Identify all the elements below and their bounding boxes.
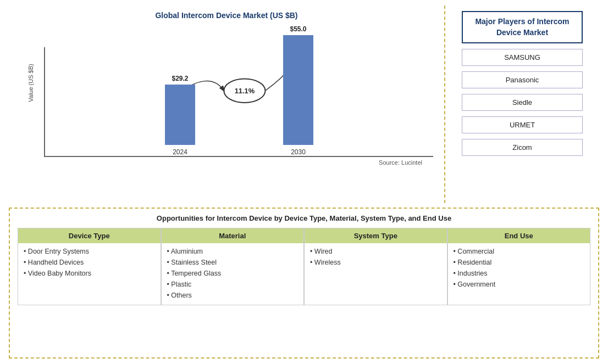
- bar-value-2030: $55.0: [290, 25, 306, 33]
- column-items-end-use: • Commercial • Residential • Industries …: [448, 248, 590, 288]
- item-tempered: • Tempered Glass: [167, 270, 299, 277]
- major-players-title: Major Players of Intercom Device Market: [462, 11, 583, 43]
- bar-2030: [283, 35, 313, 145]
- column-header-material: Material: [162, 228, 304, 243]
- chart-title: Global Intercom Device Market (US $B): [155, 11, 297, 20]
- columns-container: Device Type • Door Entry Systems • Handh…: [18, 228, 590, 305]
- item-plastic: • Plastic: [167, 281, 299, 288]
- item-others-material: • Others: [167, 292, 299, 299]
- column-system-type: System Type • Wired • Wireless: [304, 228, 447, 305]
- bottom-title: Opportunities for Intercom Device by Dev…: [18, 214, 590, 222]
- column-material: Material • Aluminium • Stainless Steel •…: [161, 228, 305, 305]
- top-section: Global Intercom Device Market (US $B) Va…: [9, 5, 599, 203]
- bar-label-2024: 2024: [173, 148, 187, 156]
- player-panasonic: Panasonic: [462, 71, 583, 88]
- item-wired: • Wired: [310, 248, 441, 255]
- bar-group-2024: $29.2 2024: [165, 75, 195, 156]
- bar-group-2030: $55.0 2030: [283, 25, 313, 156]
- column-header-end-use: End Use: [448, 228, 590, 243]
- player-samsung: SAMSUNG: [462, 49, 583, 66]
- source-text: Source: Lucintel: [379, 159, 422, 166]
- column-items-device-type: • Door Entry Systems • Handheld Devices …: [18, 248, 161, 277]
- item-government: • Government: [454, 281, 585, 288]
- column-header-system-type: System Type: [305, 228, 447, 243]
- column-items-material: • Aluminium • Stainless Steel • Tempered…: [162, 248, 304, 299]
- item-industries: • Industries: [454, 270, 585, 277]
- item-video-baby: • Video Baby Monitors: [24, 270, 155, 277]
- item-stainless: • Stainless Steel: [167, 259, 299, 266]
- column-items-system-type: • Wired • Wireless: [305, 248, 447, 266]
- cagr-svg: 11.1%: [45, 47, 433, 156]
- item-aluminium: • Aluminium: [167, 248, 299, 255]
- bar-value-2024: $29.2: [172, 75, 188, 82]
- player-siedle: Siedle: [462, 94, 583, 111]
- item-door-entry: • Door Entry Systems: [24, 248, 155, 255]
- main-container: Global Intercom Device Market (US $B) Va…: [0, 0, 608, 364]
- column-device-type: Device Type • Door Entry Systems • Handh…: [18, 228, 161, 305]
- right-panel: Major Players of Intercom Device Market …: [445, 5, 599, 203]
- column-end-use: End Use • Commercial • Residential • Ind…: [447, 228, 591, 305]
- item-commercial: • Commercial: [454, 248, 585, 255]
- bar-2024: [165, 85, 195, 145]
- bars-container: 11.1% $29.2: [44, 47, 433, 157]
- column-header-device-type: Device Type: [18, 228, 161, 243]
- svg-point-0: [224, 79, 265, 103]
- chart-area: Global Intercom Device Market (US $B) Va…: [9, 5, 445, 203]
- bottom-section: Opportunities for Intercom Device by Dev…: [9, 208, 599, 359]
- item-residential: • Residential: [454, 259, 585, 266]
- player-zicom: Zicom: [462, 139, 583, 156]
- bar-label-2030: 2030: [291, 148, 306, 156]
- svg-text:11.1%: 11.1%: [235, 87, 255, 95]
- item-handheld: • Handheld Devices: [24, 259, 155, 266]
- y-axis-label: Value (US $B): [27, 64, 34, 102]
- player-urmet: URMET: [462, 116, 583, 133]
- item-wireless: • Wireless: [310, 259, 441, 266]
